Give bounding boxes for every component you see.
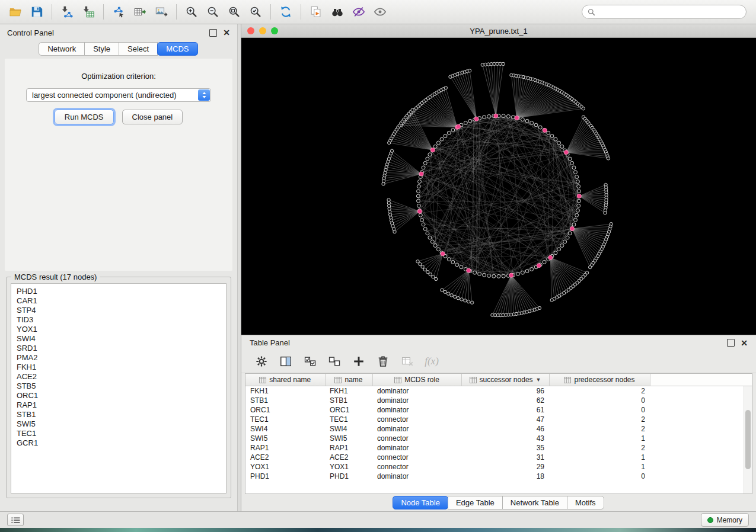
cell-shared-name[interactable]: ORC1 [245, 405, 325, 415]
zoom-selected-button[interactable] [245, 2, 266, 21]
select-columns-button[interactable] [276, 352, 295, 370]
table-row[interactable]: YOX1 YOX1 connector 29 1 [245, 462, 752, 472]
memory-button[interactable]: Memory [701, 513, 749, 527]
cell-successor-nodes[interactable]: 62 [461, 396, 549, 405]
table-row[interactable]: RAP1 RAP1 dominator 35 2 [245, 443, 752, 453]
cell-mcds-role[interactable]: dominator [372, 424, 461, 434]
cell-name[interactable]: ORC1 [325, 405, 372, 415]
cell-shared-name[interactable]: RAP1 [245, 443, 325, 453]
panel-menu-button[interactable] [7, 514, 24, 526]
mcds-result-list[interactable]: PHD1CAR1STP4TID3YOX1SWI4SRD1PMA2FKH1ACE2… [11, 283, 227, 493]
cell-mcds-role[interactable]: connector [372, 434, 461, 443]
cell-mcds-role[interactable]: dominator [372, 472, 461, 481]
cell-name[interactable]: YOX1 [325, 462, 372, 472]
mcds-result-item[interactable]: STB1 [17, 410, 221, 419]
export-image-button[interactable] [151, 2, 172, 21]
mcds-result-item[interactable]: CAR1 [17, 296, 221, 306]
cell-shared-name[interactable]: SWI4 [245, 424, 325, 434]
zoom-fit-button[interactable] [224, 2, 245, 21]
export-table-button[interactable] [129, 2, 151, 21]
column-header-shared-name[interactable]: shared name [245, 374, 325, 386]
mcds-result-item[interactable]: YOX1 [17, 325, 221, 334]
cell-mcds-role[interactable]: connector [372, 415, 461, 424]
mcds-result-item[interactable]: FKH1 [17, 363, 221, 372]
cell-name[interactable]: SWI5 [325, 434, 372, 443]
mcds-result-item[interactable]: ACE2 [17, 372, 221, 382]
cell-successor-nodes[interactable]: 35 [461, 443, 549, 453]
delete-rows-button[interactable] [374, 352, 393, 370]
tab-style[interactable]: Style [84, 42, 119, 56]
cell-shared-name[interactable]: FKH1 [245, 386, 325, 396]
criterion-dropdown[interactable]: largest connected component (undirected) [26, 88, 211, 102]
cell-name[interactable]: STB1 [325, 396, 372, 405]
mcds-result-item[interactable]: GCR1 [17, 438, 221, 448]
mcds-result-item[interactable]: SWI4 [17, 334, 221, 344]
search-input[interactable] [599, 7, 741, 17]
cell-name[interactable]: SWI4 [325, 424, 372, 434]
cell-mcds-role[interactable]: dominator [372, 386, 461, 396]
tab-mcds[interactable]: MCDS [157, 42, 197, 56]
new-network-button[interactable] [108, 2, 129, 21]
cell-successor-nodes[interactable]: 61 [461, 405, 549, 415]
cell-successor-nodes[interactable]: 18 [461, 472, 549, 481]
copy-views-button[interactable] [305, 2, 327, 21]
hide-graphics-details-button[interactable] [348, 2, 369, 21]
cell-shared-name[interactable]: YOX1 [245, 462, 325, 472]
select-all-button[interactable] [301, 352, 320, 370]
search-binoculars-button[interactable] [327, 2, 348, 21]
cell-predecessor-nodes[interactable]: 1 [549, 453, 650, 462]
cell-name[interactable]: TEC1 [325, 415, 372, 424]
mcds-result-item[interactable]: PHD1 [17, 287, 221, 296]
cell-shared-name[interactable]: SWI5 [245, 434, 325, 443]
add-row-button[interactable] [349, 352, 368, 370]
cell-successor-nodes[interactable]: 29 [461, 462, 549, 472]
cell-shared-name[interactable]: PHD1 [245, 472, 325, 481]
cell-shared-name[interactable]: TEC1 [245, 415, 325, 424]
table-tab-edge-table[interactable]: Edge Table [448, 496, 503, 509]
table-row[interactable]: STB1 STB1 dominator 62 0 [245, 396, 752, 405]
table-row[interactable]: FKH1 FKH1 dominator 96 2 [245, 386, 752, 396]
mcds-result-item[interactable]: TID3 [17, 315, 221, 325]
cell-name[interactable]: FKH1 [325, 386, 372, 396]
cell-mcds-role[interactable]: dominator [372, 443, 461, 453]
table-row[interactable]: TEC1 TEC1 connector 47 2 [245, 415, 752, 424]
cell-predecessor-nodes[interactable]: 2 [549, 415, 650, 424]
cell-shared-name[interactable]: ACE2 [245, 453, 325, 462]
zoom-out-button[interactable] [202, 2, 224, 21]
table-row[interactable]: ACE2 ACE2 connector 31 1 [245, 453, 752, 462]
cell-shared-name[interactable]: STB1 [245, 396, 325, 405]
table-row[interactable]: SWI4 SWI4 dominator 46 2 [245, 424, 752, 434]
table-settings-button[interactable] [252, 352, 271, 370]
float-panel-icon[interactable] [209, 29, 217, 37]
cell-mcds-role[interactable]: connector [372, 462, 461, 472]
tab-network[interactable]: Network [39, 42, 85, 56]
cell-successor-nodes[interactable]: 43 [461, 434, 549, 443]
show-graphics-details-button[interactable] [369, 2, 391, 21]
table-scrollbar[interactable] [744, 386, 752, 493]
close-panel-button[interactable]: Close panel [122, 110, 183, 124]
open-session-button[interactable] [5, 2, 26, 21]
zoom-in-button[interactable] [181, 2, 202, 21]
float-table-panel-icon[interactable] [727, 339, 735, 347]
refresh-view-button[interactable] [275, 2, 296, 21]
mcds-result-item[interactable]: PMA2 [17, 353, 221, 363]
mcds-result-item[interactable]: STB5 [17, 382, 221, 391]
cell-predecessor-nodes[interactable]: 1 [549, 462, 650, 472]
cell-predecessor-nodes[interactable]: 2 [549, 443, 650, 453]
cell-name[interactable]: RAP1 [325, 443, 372, 453]
deselect-all-button[interactable] [325, 352, 344, 370]
cell-predecessor-nodes[interactable]: 2 [549, 424, 650, 434]
close-panel-icon[interactable]: ✕ [223, 28, 230, 37]
column-header-MCDS-role[interactable]: MCDS role [372, 374, 461, 386]
cell-name[interactable]: ACE2 [325, 453, 372, 462]
import-network-button[interactable] [56, 2, 78, 21]
cell-name[interactable]: PHD1 [325, 472, 372, 481]
cell-mcds-role[interactable]: connector [372, 453, 461, 462]
import-table-button[interactable] [78, 2, 99, 21]
cell-mcds-role[interactable]: dominator [372, 405, 461, 415]
cell-successor-nodes[interactable]: 96 [461, 386, 549, 396]
table-row[interactable]: SWI5 SWI5 connector 43 1 [245, 434, 752, 443]
run-mcds-button[interactable]: Run MCDS [55, 110, 114, 124]
network-canvas[interactable] [241, 38, 756, 335]
mcds-result-item[interactable]: TEC1 [17, 429, 221, 438]
